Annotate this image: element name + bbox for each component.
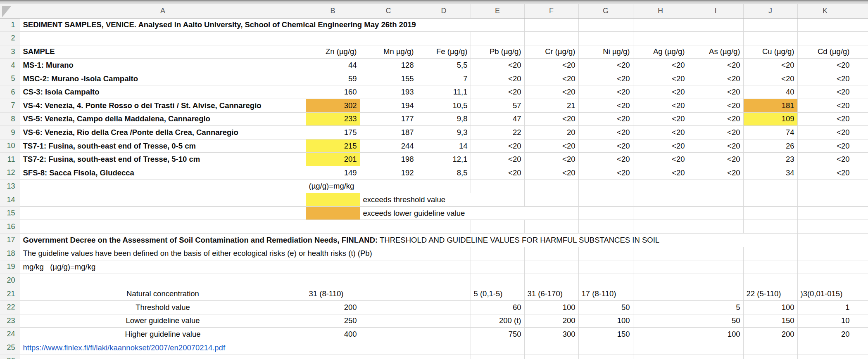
row-header-14[interactable]: 14: [0, 193, 20, 207]
cell-C26[interactable]: [360, 354, 417, 359]
cell-C15[interactable]: exceeds lower guideline value: [360, 206, 578, 220]
cell-K19[interactable]: [797, 260, 853, 274]
cell-D2[interactable]: [417, 32, 471, 45]
cell-K5[interactable]: <20: [797, 72, 853, 85]
cell-D8[interactable]: 9,8: [417, 112, 471, 126]
cell-I5[interactable]: <20: [688, 72, 743, 85]
cell-A12[interactable]: SFS-8: Sacca Fisola, Giudecca: [20, 166, 306, 180]
cell-G14[interactable]: [578, 193, 633, 207]
cell-I23[interactable]: 50: [688, 314, 743, 328]
cell-G18[interactable]: [578, 247, 633, 260]
cell-partial-15[interactable]: [853, 206, 868, 220]
row-header-6[interactable]: 6: [0, 85, 20, 99]
cell-A1[interactable]: SEDIMENT SAMPLES, VENICE. Analysed in Aa…: [20, 18, 524, 32]
cell-H19[interactable]: [633, 260, 688, 274]
cell-partial-1[interactable]: [853, 18, 868, 32]
cell-partial-12[interactable]: [853, 166, 868, 180]
cell-K20[interactable]: [797, 274, 853, 287]
cell-C25[interactable]: [360, 341, 417, 354]
cell-E12[interactable]: <20: [471, 166, 524, 180]
cell-A5[interactable]: MSC-2: Murano -Isola Campalto: [20, 72, 306, 85]
cell-B22[interactable]: 200: [306, 300, 360, 314]
cell-B21[interactable]: 31 (8-110): [306, 287, 360, 301]
cell-G11[interactable]: <20: [578, 153, 633, 166]
cell-K1[interactable]: [797, 18, 853, 32]
cell-D3[interactable]: Fe (µg/g): [417, 45, 471, 59]
row-header-24[interactable]: 24: [0, 328, 20, 341]
cell-G7[interactable]: <20: [578, 99, 633, 113]
cell-C7[interactable]: 194: [360, 99, 417, 113]
cell-K12[interactable]: <20: [797, 166, 853, 180]
cell-A9[interactable]: VS-6: Venezia, Rio della Crea /Ponte del…: [20, 126, 306, 139]
column-header-E[interactable]: E: [471, 4, 524, 18]
cell-B5[interactable]: 59: [306, 72, 360, 85]
cell-J3[interactable]: Cu (µg/g): [743, 45, 797, 59]
cell-H9[interactable]: <20: [633, 126, 688, 139]
cell-partial-8[interactable]: [853, 112, 868, 126]
cell-partial-16[interactable]: [853, 220, 868, 234]
cell-B12[interactable]: 149: [306, 166, 360, 180]
cell-J5[interactable]: <20: [743, 72, 797, 85]
cell-partial-6[interactable]: [853, 85, 868, 99]
cell-I19[interactable]: [688, 260, 743, 274]
cell-B4[interactable]: 44: [306, 59, 360, 72]
cell-B8[interactable]: 233: [306, 112, 360, 126]
cell-J21[interactable]: 22 (5-110): [743, 287, 797, 301]
cell-E9[interactable]: 22: [471, 126, 524, 139]
cell-D4[interactable]: 5,5: [417, 59, 471, 72]
cell-I26[interactable]: [688, 354, 743, 359]
cell-I21[interactable]: [688, 287, 743, 301]
cell-H18[interactable]: [633, 247, 688, 260]
cell-H6[interactable]: <20: [633, 85, 688, 99]
cell-A11[interactable]: TS7-2: Fusina, south-east end of Tresse,…: [20, 153, 306, 166]
cell-E11[interactable]: <20: [471, 153, 524, 166]
cell-H12[interactable]: <20: [633, 166, 688, 180]
cell-C6[interactable]: 193: [360, 85, 417, 99]
cell-D24[interactable]: [417, 328, 471, 341]
cell-J15[interactable]: [743, 206, 797, 220]
cell-B14[interactable]: [306, 193, 360, 207]
cell-J19[interactable]: [743, 260, 797, 274]
cell-G10[interactable]: <20: [578, 139, 633, 153]
cell-F9[interactable]: 20: [524, 126, 578, 139]
cell-K13[interactable]: [797, 180, 853, 193]
cell-F19[interactable]: [524, 260, 578, 274]
cell-K21[interactable]: )3(0,01-015): [797, 287, 853, 301]
cell-C16[interactable]: [360, 220, 417, 234]
cell-F5[interactable]: <20: [524, 72, 578, 85]
row-header-21[interactable]: 21: [0, 287, 20, 301]
cell-E5[interactable]: <20: [471, 72, 524, 85]
cell-F6[interactable]: <20: [524, 85, 578, 99]
cell-E8[interactable]: 47: [471, 112, 524, 126]
cell-K22[interactable]: 1: [797, 300, 853, 314]
cell-G8[interactable]: <20: [578, 112, 633, 126]
cell-D9[interactable]: 9,3: [417, 126, 471, 139]
cell-J10[interactable]: 26: [743, 139, 797, 153]
cell-F13[interactable]: [524, 180, 578, 193]
cell-I8[interactable]: <20: [688, 112, 743, 126]
cell-G20[interactable]: [578, 274, 633, 287]
cell-F11[interactable]: <20: [524, 153, 578, 166]
row-header-15[interactable]: 15: [0, 206, 20, 220]
cell-E24[interactable]: 750: [471, 328, 524, 341]
cell-H8[interactable]: <20: [633, 112, 688, 126]
cell-J14[interactable]: [743, 193, 797, 207]
cell-F1[interactable]: [524, 18, 578, 32]
cell-G24[interactable]: 150: [578, 328, 633, 341]
cell-K15[interactable]: [797, 206, 853, 220]
row-header-17[interactable]: 17: [0, 234, 20, 247]
cell-K3[interactable]: Cd (µg/g): [797, 45, 853, 59]
column-header-B[interactable]: B: [306, 4, 360, 18]
cell-J2[interactable]: [743, 32, 797, 45]
cell-D16[interactable]: [417, 220, 471, 234]
cell-partial-24[interactable]: [853, 328, 868, 341]
cell-K10[interactable]: <20: [797, 139, 853, 153]
cell-G13[interactable]: [578, 180, 633, 193]
cell-K24[interactable]: 20: [797, 328, 853, 341]
cell-K8[interactable]: <20: [797, 112, 853, 126]
cell-F16[interactable]: [524, 220, 578, 234]
cell-I2[interactable]: [688, 32, 743, 45]
row-header-7[interactable]: 7: [0, 99, 20, 113]
cell-B25[interactable]: [306, 341, 360, 354]
cell-E13[interactable]: [471, 180, 524, 193]
